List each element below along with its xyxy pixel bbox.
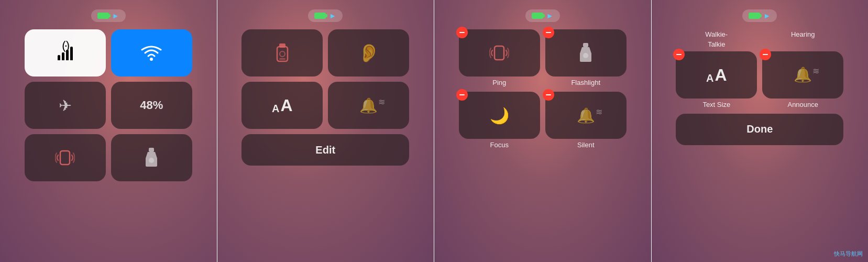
silent-label: Silent <box>577 141 595 149</box>
hearing-button[interactable]: 👂 <box>328 29 409 77</box>
cellular-wave: (·) <box>62 39 68 52</box>
walkie-button[interactable] <box>241 29 323 77</box>
battery-icon-3 <box>532 13 543 19</box>
location-icon-4: ► <box>763 12 771 20</box>
svg-point-0 <box>150 58 153 61</box>
watermark: 快马导航网 <box>834 250 863 258</box>
announce-button-2[interactable]: 🔔 ≋ <box>328 82 409 129</box>
silent-container: 🔔 ≋ Silent <box>545 92 627 149</box>
battery-icon-4 <box>749 13 760 19</box>
hearing-label-top: Hearing <box>762 29 843 49</box>
row-2: ✈ 48% <box>25 82 192 129</box>
battery-button[interactable]: 48% <box>111 82 192 129</box>
announce-icon-4: 🔔 ≋ <box>794 66 812 83</box>
focus-button[interactable]: 🌙 <box>459 92 540 139</box>
text-size-button-4[interactable]: A A <box>676 51 757 99</box>
svg-rect-2 <box>149 148 154 152</box>
wifi-button[interactable] <box>111 29 192 77</box>
svg-point-6 <box>280 51 285 57</box>
cellular-button[interactable]: (·) <box>25 29 106 77</box>
text-size-button-2[interactable]: A A <box>241 82 323 129</box>
edit-button[interactable]: Edit <box>241 134 409 166</box>
walkie-talkie-top-text: Walkie-Talkie <box>705 30 728 48</box>
ping-label: Ping <box>492 79 506 86</box>
status-pill-1: ► <box>91 9 126 22</box>
flashlight-icon <box>144 148 159 168</box>
ping-icon-3 <box>489 43 509 63</box>
hearing-top-text: Hearing <box>791 30 815 38</box>
svg-rect-1 <box>60 151 70 165</box>
ear-icon: 👂 <box>358 42 380 63</box>
svg-rect-9 <box>583 43 588 47</box>
silent-button[interactable]: 🔔 ≋ <box>545 92 627 139</box>
svg-point-3 <box>149 158 154 163</box>
battery-percent-icon: 48% <box>140 99 163 112</box>
panel-edit-mode: ► Ping <box>434 0 651 262</box>
remove-badge-flashlight[interactable] <box>543 27 554 38</box>
ping-button-3[interactable] <box>459 29 540 77</box>
panel-accessibility: ► 👂 A A 🔔 ≋ <box>217 0 434 262</box>
row-1: (·) <box>25 29 192 77</box>
ping-button-1[interactable] <box>25 134 106 181</box>
wifi-icon <box>141 45 162 61</box>
ping-icon <box>55 148 75 168</box>
status-pill-2: ► <box>308 9 343 22</box>
announce-icon: 🔔 ≋ <box>359 97 378 114</box>
status-pill-4: ► <box>742 9 777 22</box>
text-size-label: Text Size <box>702 101 730 108</box>
ping-container-3: Ping <box>459 29 540 86</box>
text-size-icon-4: A A <box>706 67 727 83</box>
svg-point-10 <box>583 53 588 58</box>
focus-container: 🌙 Focus <box>459 92 540 149</box>
remove-badge-ping[interactable] <box>456 27 468 38</box>
row-3 <box>25 134 192 181</box>
focus-label: Focus <box>490 141 509 149</box>
airplane-button[interactable]: ✈ <box>25 82 106 129</box>
remove-badge-announce[interactable] <box>760 49 771 60</box>
flashlight-button-3[interactable] <box>545 29 627 77</box>
panel4-top-labels: Walkie-Talkie Hearing <box>676 29 843 49</box>
silent-icon-wrap: 🔔 ≋ <box>577 107 595 124</box>
location-icon-2: ► <box>329 12 336 20</box>
walkie-icon <box>273 42 292 63</box>
location-icon-1: ► <box>112 12 119 20</box>
done-label: Done <box>746 123 773 135</box>
panel-connectivity: ► (·) ✈ <box>0 0 217 262</box>
panel2-grid: 👂 A A 🔔 ≋ Edit <box>241 29 409 166</box>
text-size-icon: A A <box>272 97 293 114</box>
remove-badge-silent[interactable] <box>543 89 554 101</box>
announce-button-4[interactable]: 🔔 ≋ <box>762 51 843 99</box>
walkie-talkie-label-top: Walkie-Talkie <box>676 29 757 49</box>
svg-rect-5 <box>279 43 285 48</box>
focus-icon: 🌙 <box>490 106 509 125</box>
location-icon-3: ► <box>546 12 554 20</box>
svg-rect-8 <box>495 46 504 60</box>
svg-rect-7 <box>279 58 285 60</box>
announce-label: Announce <box>787 101 818 108</box>
panel4-buttons: A A Text Size 🔔 ≋ Announce <box>676 51 843 108</box>
flashlight-container-3: Flashlight <box>545 29 627 86</box>
airplane-icon: ✈ <box>59 96 72 115</box>
status-pill-3: ► <box>525 9 560 22</box>
announce-container: 🔔 ≋ Announce <box>762 51 843 108</box>
done-container: Done <box>676 114 843 145</box>
battery-icon-2 <box>314 13 326 19</box>
remove-badge-focus[interactable] <box>456 89 468 101</box>
panel3-grid: Ping Flashlight 🌙 Focus <box>459 29 627 149</box>
battery-icon-1 <box>97 13 109 19</box>
done-button[interactable]: Done <box>676 114 843 145</box>
flashlight-button-1[interactable] <box>111 134 192 181</box>
panel-customize: ► Walkie-Talkie Hearing A A Text Size <box>651 0 869 262</box>
text-size-container: A A Text Size <box>676 51 757 108</box>
remove-badge-textsize[interactable] <box>673 49 685 60</box>
edit-label: Edit <box>315 144 335 156</box>
flashlight-icon-3 <box>578 43 594 63</box>
flashlight-label: Flashlight <box>571 79 600 86</box>
